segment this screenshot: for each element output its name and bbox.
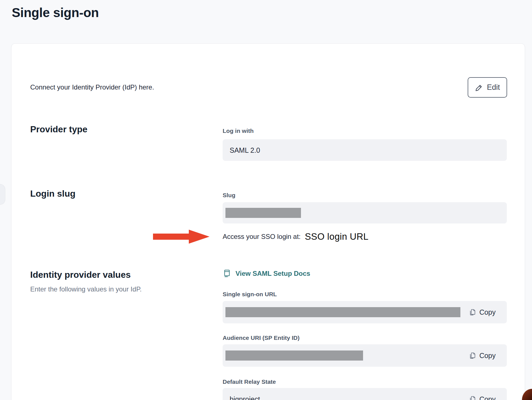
page-title: Single sign-on	[12, 5, 99, 20]
default-relay-state-box: bigproject Copy	[223, 388, 507, 400]
single-sign-on-url-box: Copy	[223, 301, 507, 323]
log-in-with-label: Log in with	[223, 128, 254, 134]
provider-type-value: SAML 2.0	[230, 146, 260, 154]
audience-uri-label: Audience URI (SP Entity ID)	[223, 335, 300, 341]
red-annotation-arrow	[153, 230, 209, 244]
copy-relay-state-button[interactable]: Copy	[469, 395, 496, 400]
copy-audience-uri-button[interactable]: Copy	[469, 351, 496, 360]
access-prefix-text: Access your SSO login at:	[223, 233, 301, 241]
section-heading-login-slug: Login slug	[30, 189, 76, 199]
slug-label: Slug	[223, 192, 236, 199]
copy-label: Copy	[479, 352, 496, 360]
default-relay-state-label: Default Relay State	[223, 378, 276, 385]
pencil-icon	[475, 83, 483, 92]
sso-access-row: Access your SSO login at: SSO login URL	[223, 229, 368, 244]
view-saml-setup-docs-link[interactable]: View SAML Setup Docs	[223, 269, 310, 278]
sso-login-url-text: SSO login URL	[305, 231, 369, 242]
single-sign-on-url-label: Single sign-on URL	[223, 291, 277, 298]
copy-label: Copy	[479, 308, 496, 316]
copy-sso-url-button[interactable]: Copy	[469, 308, 496, 316]
section-heading-provider-type: Provider type	[30, 124, 88, 135]
edit-button[interactable]: Edit	[468, 77, 507, 98]
redacted-sso-url-value	[225, 307, 460, 317]
sso-settings-card: Connect your Identity Provider (IdP) her…	[11, 43, 525, 400]
copy-label: Copy	[479, 395, 496, 400]
provider-type-value-box: SAML 2.0	[223, 139, 507, 161]
redacted-audience-uri-value	[225, 350, 363, 361]
slug-value-box	[223, 202, 507, 223]
book-icon	[223, 269, 231, 278]
audience-uri-box: Copy	[223, 344, 507, 367]
edit-button-label: Edit	[487, 83, 500, 92]
idp-values-subheading: Enter the following values in your IdP.	[30, 285, 142, 293]
section-heading-idp-values: Identity provider values	[30, 270, 131, 280]
copy-icon	[469, 351, 476, 360]
drawer-handle[interactable]	[0, 184, 5, 205]
copy-icon	[469, 395, 476, 400]
intro-text: Connect your Identity Provider (IdP) her…	[30, 83, 154, 91]
default-relay-state-value: bigproject	[230, 395, 260, 400]
redacted-slug-value	[225, 208, 301, 218]
docs-link-label: View SAML Setup Docs	[236, 270, 310, 277]
copy-icon	[469, 308, 476, 316]
